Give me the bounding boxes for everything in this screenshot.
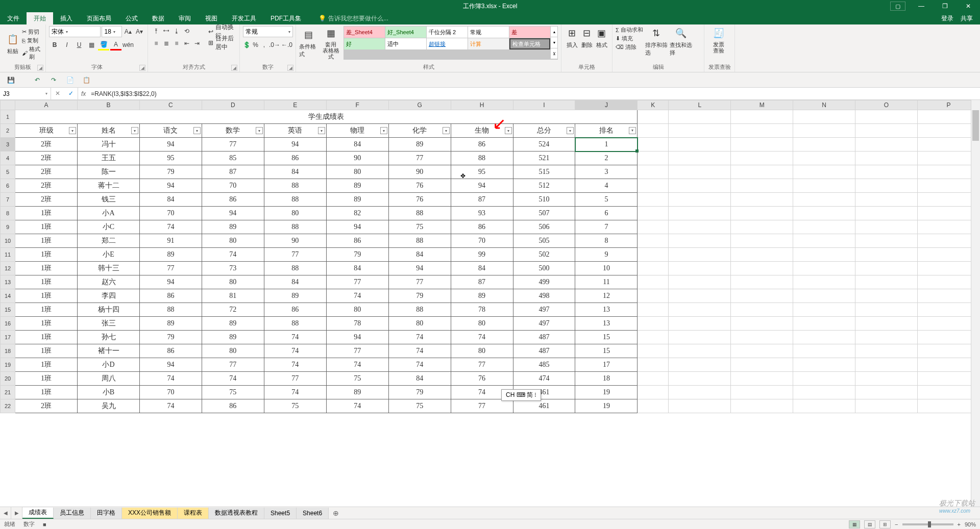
data-cell[interactable]: 89 [202,220,264,234]
select-all-corner[interactable] [1,100,15,110]
ribbon-tab-1[interactable]: 开始 [27,12,53,24]
data-cell[interactable]: 吴九 [78,399,140,413]
data-cell[interactable]: 74 [326,358,388,372]
row-header[interactable]: 10 [1,234,15,248]
column-header[interactable]: I [513,100,575,110]
decrease-decimal-icon[interactable]: ←.0 [281,39,292,51]
empty-cell[interactable] [793,220,855,234]
conditional-formatting-button[interactable]: ▤条件格式 [299,26,318,60]
data-cell[interactable]: 80 [264,207,326,220]
empty-cell[interactable] [855,262,918,275]
empty-cell[interactable] [669,138,731,152]
page-break-view-button[interactable]: ⊞ [879,520,891,528]
empty-cell[interactable] [793,372,855,386]
data-cell[interactable]: 84 [388,372,451,386]
data-cell[interactable]: 74 [326,289,388,303]
data-cell[interactable]: 70 [139,207,202,220]
data-cell[interactable]: 89 [451,289,513,303]
data-cell[interactable]: 74 [139,399,202,413]
row-header[interactable]: 15 [1,303,15,317]
sheet-nav-prev[interactable]: ◀ [0,507,11,519]
data-cell[interactable]: 510 [513,193,575,207]
data-cell[interactable]: 小E [78,248,140,262]
empty-cell[interactable] [638,372,669,386]
empty-cell[interactable] [638,220,669,234]
data-cell[interactable]: 84 [451,262,513,275]
minimize-button[interactable]: — [910,0,933,12]
save-button[interactable]: 💾 [5,74,16,86]
style-cell[interactable]: 好 [344,38,385,49]
column-filter-header[interactable]: 物理▾ [326,124,388,138]
empty-cell[interactable] [669,275,731,289]
filter-dropdown-icon[interactable]: ▾ [318,127,325,134]
empty-cell[interactable] [731,220,793,234]
data-cell[interactable]: 94 [139,275,202,289]
data-cell[interactable]: 小D [78,358,140,372]
row-header[interactable]: 5 [1,165,15,179]
empty-cell[interactable] [793,179,855,193]
align-middle-icon[interactable]: ⭤ [161,26,172,36]
data-cell[interactable]: 77 [388,275,451,289]
normal-view-button[interactable]: ▦ [849,520,860,528]
empty-cell[interactable] [731,124,793,138]
phonetic-button[interactable]: wén [122,39,134,51]
ribbon-tab-6[interactable]: 审阅 [172,12,198,24]
style-cell[interactable]: 好_Sheet4 [385,27,426,38]
empty-cell[interactable] [731,207,793,220]
column-header[interactable]: H [451,100,513,110]
row-header[interactable]: 20 [1,372,15,386]
filter-dropdown-icon[interactable]: ▾ [256,127,263,134]
column-header[interactable]: M [731,100,793,110]
data-cell[interactable]: 2班 [15,165,78,179]
data-cell[interactable]: 89 [202,331,264,344]
merge-center-button[interactable]: ⊞合并后居中 [206,37,236,48]
data-cell[interactable]: 15 [575,344,638,358]
empty-cell[interactable] [669,317,731,331]
data-cell[interactable]: 小A [78,207,140,220]
orientation-icon[interactable]: ⟲ [182,26,192,36]
macro-record-icon[interactable]: ■ [43,521,46,527]
row-header[interactable]: 13 [1,275,15,289]
data-cell[interactable]: 90 [388,165,451,179]
invoice-check-button[interactable]: 🧾发票 查验 [707,26,730,54]
data-cell[interactable]: 77 [451,399,513,413]
empty-cell[interactable] [731,152,793,165]
data-cell[interactable]: 84 [264,165,326,179]
empty-cell[interactable] [855,248,918,262]
row-header[interactable]: 11 [1,248,15,262]
empty-cell[interactable] [793,289,855,303]
column-header[interactable]: J [575,100,638,110]
data-cell[interactable]: 80 [202,234,264,248]
column-header[interactable]: E [264,100,326,110]
data-cell[interactable]: 1 [575,138,638,152]
data-cell[interactable]: 76 [388,179,451,193]
data-cell[interactable]: 94 [139,358,202,372]
data-cell[interactable]: 86 [139,344,202,358]
data-cell[interactable]: 88 [388,234,451,248]
empty-cell[interactable] [638,262,669,275]
empty-cell[interactable] [638,207,669,220]
empty-cell[interactable] [855,317,918,331]
empty-cell[interactable] [669,179,731,193]
empty-cell[interactable] [669,207,731,220]
data-cell[interactable]: 84 [326,262,388,275]
column-filter-header[interactable]: 英语▾ [264,124,326,138]
style-cell[interactable]: 适中 [385,38,426,49]
data-cell[interactable]: 499 [513,275,575,289]
data-cell[interactable]: 94 [264,138,326,152]
empty-cell[interactable] [669,358,731,372]
data-cell[interactable]: 89 [326,193,388,207]
filter-dropdown-icon[interactable]: ▾ [131,127,138,134]
empty-cell[interactable] [638,165,669,179]
empty-cell[interactable] [793,110,855,124]
data-cell[interactable]: 86 [451,138,513,152]
data-cell[interactable]: 1班 [15,386,78,399]
sheet-tab[interactable]: Sheet5 [264,508,297,519]
empty-cell[interactable] [855,386,918,399]
empty-cell[interactable] [669,152,731,165]
data-cell[interactable]: 77 [264,372,326,386]
ribbon-display-options[interactable]: ▢ [890,2,905,11]
empty-cell[interactable] [731,399,793,413]
comma-format-icon[interactable]: , [260,39,268,51]
data-cell[interactable]: 76 [451,372,513,386]
